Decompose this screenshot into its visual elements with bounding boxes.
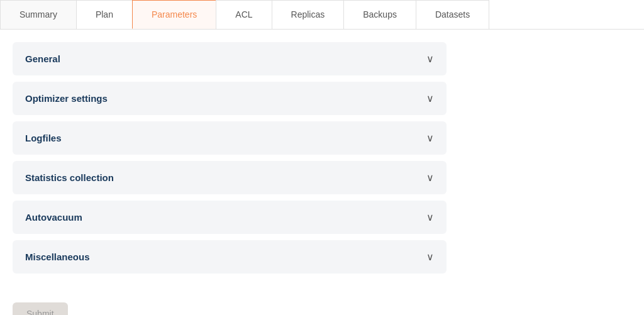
chevron-down-icon-general: ∨ [426, 54, 434, 64]
tab-acl[interactable]: ACL [216, 0, 272, 29]
accordion-statistics-collection[interactable]: Statistics collection∨ [13, 161, 447, 194]
submit-button[interactable]: Submit [13, 302, 68, 315]
accordion-label-logfiles: Logfiles [25, 133, 62, 143]
submit-area: Submit [0, 292, 644, 315]
tab-bar: SummaryPlanParametersACLReplicasBackupsD… [0, 0, 644, 30]
tab-plan[interactable]: Plan [76, 0, 133, 29]
chevron-down-icon-autovacuum: ∨ [426, 213, 434, 223]
accordion-optimizer-settings[interactable]: Optimizer settings∨ [13, 82, 447, 115]
tab-replicas[interactable]: Replicas [272, 0, 345, 29]
main-content: General∨Optimizer settings∨Logfiles∨Stat… [0, 30, 644, 292]
tab-parameters[interactable]: Parameters [132, 0, 216, 29]
accordion-label-statistics-collection: Statistics collection [25, 172, 114, 183]
tab-datasets[interactable]: Datasets [416, 0, 489, 29]
accordion-label-optimizer-settings: Optimizer settings [25, 93, 108, 104]
accordion-logfiles[interactable]: Logfiles∨ [13, 121, 447, 155]
accordion-miscellaneous[interactable]: Miscellaneous∨ [13, 240, 447, 274]
chevron-down-icon-optimizer-settings: ∨ [426, 94, 434, 104]
chevron-down-icon-statistics-collection: ∨ [426, 173, 434, 183]
accordion-autovacuum[interactable]: Autovacuum∨ [13, 201, 447, 234]
accordion-label-general: General [25, 53, 60, 64]
tab-summary[interactable]: Summary [0, 0, 77, 29]
chevron-down-icon-miscellaneous: ∨ [426, 252, 434, 262]
accordion-label-autovacuum: Autovacuum [25, 212, 82, 223]
tab-backups[interactable]: Backups [343, 0, 416, 29]
chevron-down-icon-logfiles: ∨ [426, 133, 434, 143]
accordion-general[interactable]: General∨ [13, 42, 447, 75]
accordion-label-miscellaneous: Miscellaneous [25, 251, 90, 262]
